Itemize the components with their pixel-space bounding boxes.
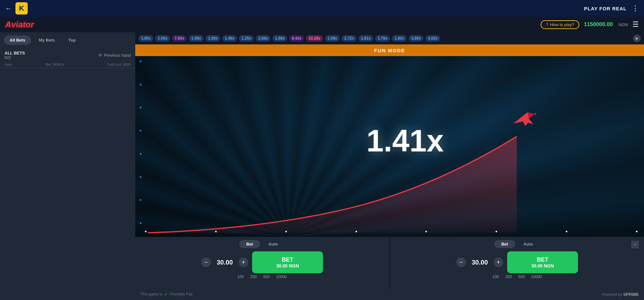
aviator-logo: Aviator	[5, 20, 34, 30]
all-bets-count: 522	[5, 55, 25, 60]
bet-label-2: BET	[537, 256, 548, 263]
back-button[interactable]: ←	[5, 5, 12, 12]
top-bar: ← K PLAY FOR REAL ⋮	[0, 0, 644, 17]
bet-button-2[interactable]: BET 30.00 NGN	[507, 251, 578, 273]
tab-my-bets[interactable]: My Bets	[33, 35, 61, 45]
right-content: 1.00x 1.00x 7.65x 1.49x 1.00x 1.48x 1.25…	[135, 32, 644, 300]
history-icon: ⟳	[99, 53, 102, 58]
quick-amounts-1: 100 200 500 10000	[237, 275, 287, 279]
how-to-play-label: How to play?	[550, 22, 574, 27]
bet-panel-2: − Bet Auto − 30.00 + BET 30.00 NGN	[390, 237, 644, 288]
bet-tab-2-auto[interactable]: Auto	[516, 240, 540, 248]
bets-table-header: User Bet, NGN X Cash out, NGN	[0, 61, 135, 68]
quick-200-1[interactable]: 200	[250, 275, 257, 279]
svg-line-1	[535, 114, 536, 115]
bet-panel-1: Bet Auto − 30.00 + BET 30.00 NGN	[135, 237, 389, 288]
mult-badge-2[interactable]: 7.65x	[172, 35, 187, 42]
decrease-amount-1[interactable]: −	[201, 257, 211, 267]
bet-amount-label-1: 30.00 NGN	[276, 263, 299, 268]
provably-fair-label: Provably Fair	[170, 292, 193, 296]
previous-hand-button[interactable]: ⟳ Previous hand	[99, 53, 131, 58]
amount-control-1: − 30.00 +	[201, 257, 248, 267]
multipliers-row: 1.00x 1.00x 7.65x 1.49x 1.00x 1.48x 1.25…	[135, 32, 644, 44]
minimize-panel-2[interactable]: −	[631, 241, 639, 248]
amount-value-2: 30.00	[469, 259, 491, 266]
fun-mode-banner: FUN MODE	[135, 44, 644, 56]
mult-badge-12[interactable]: 2.72x	[342, 35, 356, 42]
left-panel: All Bets My Bets Top ALL BETS 522 ⟳ Prev…	[0, 32, 135, 300]
mult-scroll-button[interactable]: ▶	[633, 34, 641, 42]
menu-dots-button[interactable]: ⋮	[632, 4, 639, 13]
mult-badge-7[interactable]: 2.66x	[256, 35, 270, 42]
brand-bar-right: ? How to play? 1150000.00 NGN ☰	[541, 20, 639, 29]
powered-by-text: Powered by	[602, 292, 622, 297]
bet-tabs-1: Bet Auto	[239, 240, 285, 248]
main-layout: All Bets My Bets Top ALL BETS 522 ⟳ Prev…	[0, 32, 644, 300]
mult-badge-15[interactable]: 1.80x	[392, 35, 407, 42]
powered-by: Powered by SPRIBE	[602, 292, 639, 297]
top-bar-right: PLAY FOR REAL ⋮	[584, 4, 639, 13]
mult-badge-8[interactable]: 1.88x	[272, 35, 287, 42]
bet-amount-label-2: 30.00 NGN	[531, 263, 554, 268]
top-bar-left: ← K	[5, 2, 28, 15]
amount-control-2: − 30.00 +	[456, 257, 503, 267]
bet-controls-2: − 30.00 + BET 30.00 NGN	[395, 251, 639, 273]
question-icon: ?	[546, 22, 548, 27]
current-multiplier: 1.41x	[366, 123, 444, 159]
quick-100-1[interactable]: 100	[237, 275, 244, 279]
mult-badge-4[interactable]: 1.00x	[205, 35, 220, 42]
bet-tab-2-bet[interactable]: Bet	[494, 240, 515, 248]
provably-fair-prefix: This game is	[140, 292, 162, 296]
bet-button-1[interactable]: BET 30.00 NGN	[252, 251, 323, 273]
footer-bar: This game is ✓ Provably Fair Powered by …	[135, 288, 644, 300]
bet-controls-1: − 30.00 + BET 30.00 NGN	[140, 251, 384, 273]
bet-tab-1-auto[interactable]: Auto	[261, 240, 285, 248]
col-bet: Bet, NGN X	[30, 63, 80, 66]
col-cashout: Cash out, NGN	[80, 63, 131, 66]
quick-500-1[interactable]: 500	[263, 275, 270, 279]
balance-value: 1150000.00	[584, 21, 613, 28]
quick-100-2[interactable]: 100	[492, 275, 499, 279]
bet-tab-1-bet[interactable]: Bet	[239, 240, 260, 248]
mult-badge-17[interactable]: 4.02x	[425, 35, 440, 42]
bet-tabs-2: Bet Auto	[494, 240, 540, 248]
tabs-row: All Bets My Bets Top	[0, 32, 135, 48]
previous-hand-label: Previous hand	[104, 53, 131, 58]
mult-badge-3[interactable]: 1.49x	[189, 35, 204, 42]
logo-crown[interactable]: K	[15, 2, 28, 15]
shield-icon: ✓	[164, 292, 168, 297]
mult-badge-13[interactable]: 1.81x	[358, 35, 373, 42]
mult-badge-0[interactable]: 1.00x	[138, 35, 153, 42]
game-area: FUN MODE	[135, 44, 644, 237]
increase-amount-2[interactable]: +	[494, 257, 503, 267]
mult-badge-6[interactable]: 1.25x	[239, 35, 254, 42]
all-bets-header: ALL BETS 522 ⟳ Previous hand	[0, 48, 135, 61]
provably-fair-section: This game is ✓ Provably Fair	[140, 292, 193, 297]
quick-500-2[interactable]: 500	[518, 275, 525, 279]
quick-200-2[interactable]: 200	[505, 275, 512, 279]
spribe-label: SPRIBE	[623, 292, 639, 297]
mult-badge-16[interactable]: 3.69x	[409, 35, 423, 42]
tab-all-bets[interactable]: All Bets	[4, 35, 31, 45]
how-to-play-button[interactable]: ? How to play?	[541, 20, 579, 29]
col-user: User	[5, 63, 30, 66]
hamburger-button[interactable]: ☰	[632, 20, 639, 29]
mult-badge-14[interactable]: 1.78x	[375, 35, 390, 42]
mult-badge-10[interactable]: 10.28x	[306, 35, 323, 42]
mult-badge-9[interactable]: 8.42x	[289, 35, 304, 42]
mult-badge-5[interactable]: 1.48x	[222, 35, 237, 42]
decrease-amount-2[interactable]: −	[456, 257, 466, 267]
increase-amount-1[interactable]: +	[239, 257, 248, 267]
play-for-real-label: PLAY FOR REAL	[584, 6, 627, 11]
quick-10000-1[interactable]: 10000	[276, 275, 287, 279]
all-bets-title: ALL BETS	[5, 51, 25, 55]
tab-top[interactable]: Top	[62, 35, 81, 45]
mult-badge-1[interactable]: 1.00x	[155, 35, 170, 42]
bet-label-1: BET	[282, 256, 293, 263]
amount-value-1: 30.00	[213, 259, 236, 266]
quick-10000-2[interactable]: 10000	[531, 275, 542, 279]
bet-panels: Bet Auto − 30.00 + BET 30.00 NGN	[135, 237, 644, 288]
quick-amounts-2: 100 200 500 10000	[492, 275, 542, 279]
mult-badge-11[interactable]: 1.09x	[325, 35, 340, 42]
brand-bar: Aviator ? How to play? 1150000.00 NGN ☰	[0, 17, 644, 32]
